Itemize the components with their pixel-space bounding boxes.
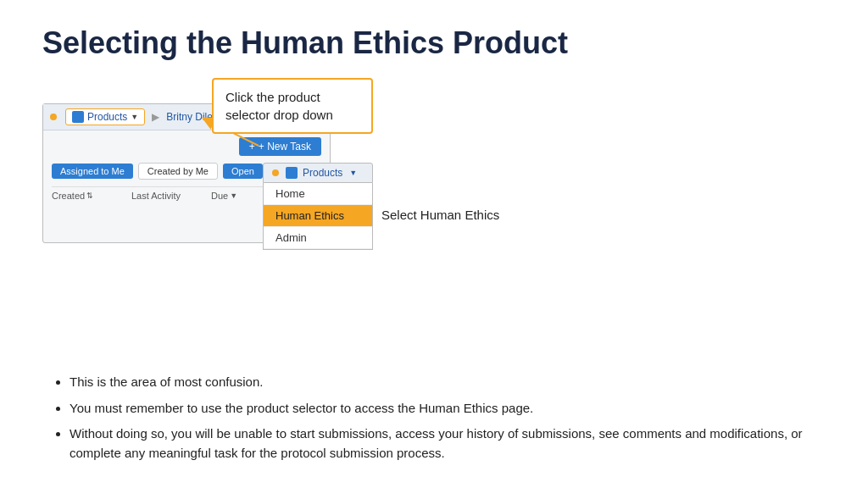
products-label: Products: [87, 111, 127, 123]
dropdown-caret-icon: ▼: [349, 169, 357, 177]
new-task-label: + New Task: [259, 141, 311, 152]
dropdown-menu: Home Human Ethics Admin: [263, 183, 373, 250]
callout-text: Click the product selector drop down: [225, 90, 333, 122]
bullet-section: This is the area of most confusion. You …: [42, 373, 826, 463]
col-created-label: Created: [52, 191, 85, 201]
sort-icon: ⇅: [86, 191, 93, 200]
orange-dot-icon: [50, 114, 57, 120]
britny-label: Britny Dileo: [166, 111, 218, 123]
dropdown-topbar: Products ▼: [263, 163, 373, 183]
screenshot-mockup: Products ▼ ▶ Britny Dileo ▼ + + New Task…: [42, 78, 398, 243]
dropdown-orange-dot: [272, 169, 279, 176]
plus-icon: +: [249, 141, 255, 152]
col-created: Created ⇅: [52, 191, 128, 201]
tab-created-by-me[interactable]: Created by Me: [138, 163, 218, 180]
due-arrow-icon: ▼: [230, 191, 237, 200]
dropdown-products-label: Products: [303, 167, 342, 179]
separator: ▶: [152, 111, 159, 123]
col-due-label: Due: [211, 191, 228, 201]
mock-products-button[interactable]: Products ▼: [65, 108, 145, 125]
bullet-item-3: Without doing so, you will be unable to …: [70, 424, 826, 463]
tab-assigned-to-me[interactable]: Assigned to Me: [52, 164, 133, 179]
dropdown-products-icon: [286, 167, 298, 179]
products-icon: [72, 111, 84, 123]
dropdown-area: Products ▼ Home Human Ethics Admin: [263, 163, 373, 250]
bullet-list: This is the area of most confusion. You …: [51, 373, 826, 463]
dropdown-item-admin[interactable]: Admin: [264, 227, 372, 249]
bullet-item-2: You must remember to use the product sel…: [70, 399, 826, 419]
callout-box: Click the product selector drop down: [212, 78, 373, 134]
col-due: Due ▼: [211, 191, 262, 201]
dropdown-item-home[interactable]: Home: [264, 183, 372, 205]
select-human-ethics-label: Select Human Ethics: [381, 208, 499, 222]
dropdown-item-human-ethics[interactable]: Human Ethics: [264, 205, 372, 227]
page-title: Selecting the Human Ethics Product: [42, 25, 826, 61]
bullet-item-1: This is the area of most confusion.: [70, 373, 826, 392]
new-task-button[interactable]: + + New Task: [239, 137, 321, 156]
col-activity: Last Activity: [131, 191, 208, 201]
tab-open[interactable]: Open: [223, 164, 263, 179]
dropdown-arrow-icon: ▼: [131, 113, 138, 121]
